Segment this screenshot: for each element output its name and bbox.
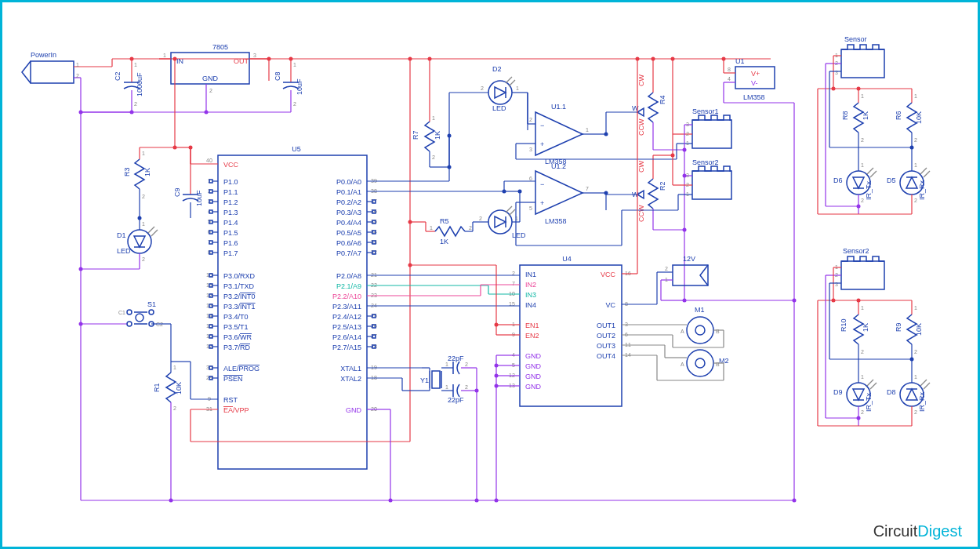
svg-rect-362 — [692, 171, 731, 199]
svg-point-587 — [832, 299, 836, 303]
svg-text:OUT3: OUT3 — [597, 342, 615, 350]
svg-text:PSEN: PSEN — [223, 375, 243, 383]
svg-text:S1: S1 — [147, 300, 156, 308]
svg-text:CW: CW — [637, 161, 645, 173]
svg-text:C8: C8 — [274, 71, 281, 81]
svg-text:C2: C2 — [114, 71, 122, 81]
svg-text:1: 1 — [142, 221, 145, 227]
svg-text:1: 1 — [914, 162, 917, 168]
power-in-connector: PowerIn 1 2 — [22, 51, 112, 83]
svg-rect-187 — [209, 231, 212, 234]
svg-point-575 — [652, 57, 655, 61]
svg-point-588 — [857, 299, 861, 303]
svg-text:6: 6 — [529, 176, 532, 181]
svg-text:D2: D2 — [492, 65, 502, 73]
svg-text:P2.6/A14: P2.6/A14 — [332, 333, 361, 341]
svg-text:P3.2/INT0: P3.2/INT0 — [223, 293, 256, 300]
svg-text:1K: 1K — [440, 238, 448, 245]
svg-point-603 — [683, 174, 687, 178]
svg-text:1: 1 — [861, 162, 864, 168]
svg-text:P0.0/A0: P0.0/A0 — [336, 178, 361, 186]
svg-text:IR_Tx: IR_Tx — [865, 180, 873, 200]
svg-point-604 — [683, 228, 687, 232]
svg-text:P2.0/A8: P2.0/A8 — [336, 272, 361, 280]
svg-text:1000uF: 1000uF — [136, 72, 143, 96]
svg-text:R10: R10 — [840, 318, 848, 332]
svg-text:OUT2: OUT2 — [597, 332, 615, 340]
svg-point-580 — [189, 146, 193, 150]
res-r3: R3 1K 1 2 — [123, 59, 175, 205]
svg-text:4: 4 — [728, 76, 731, 82]
svg-text:GND: GND — [202, 75, 219, 82]
svg-point-262 — [488, 81, 512, 104]
svg-line-263 — [506, 77, 512, 83]
svg-text:3: 3 — [686, 122, 689, 127]
svg-text:P1.5: P1.5 — [223, 229, 238, 237]
svg-text:A: A — [681, 362, 684, 367]
svg-text:V+: V+ — [751, 70, 760, 78]
svg-point-612 — [503, 190, 506, 194]
svg-text:1: 1 — [861, 93, 864, 99]
svg-text:1: 1 — [686, 191, 689, 197]
svg-point-73 — [149, 310, 154, 314]
svg-text:2: 2 — [914, 409, 917, 415]
svg-text:2: 2 — [134, 101, 137, 107]
powerin-label: PowerIn — [31, 51, 56, 59]
svg-point-570 — [267, 57, 271, 61]
svg-text:1K: 1K — [143, 168, 151, 176]
svg-text:EA/VPP: EA/VPP — [223, 406, 249, 414]
svg-point-592 — [130, 111, 134, 115]
svg-text:P1.7: P1.7 — [223, 249, 238, 257]
svg-point-67 — [136, 314, 143, 322]
svg-point-598 — [495, 499, 499, 503]
svg-text:IN1: IN1 — [525, 271, 536, 278]
svg-text:2: 2 — [209, 88, 212, 93]
svg-text:LM358: LM358 — [743, 93, 765, 101]
svg-point-611 — [448, 165, 452, 169]
u5-p3-pins: P3.0/RXD10 P3.1/TXD11 P3.2/INT012 P3.3/I… — [206, 272, 256, 351]
u4-driver: U4 IN12 IN27 IN310 IN415 EN11 EN29 GND4 … — [509, 255, 631, 406]
svg-text:2: 2 — [465, 362, 468, 367]
svg-text:B: B — [716, 362, 720, 367]
svg-point-463 — [687, 350, 713, 376]
svg-text:P0.3/A3: P0.3/A3 — [336, 209, 361, 216]
svg-text:−: − — [540, 122, 544, 129]
svg-text:8: 8 — [728, 67, 731, 72]
svg-text:P1.0: P1.0 — [223, 178, 238, 186]
svg-text:2: 2 — [861, 198, 864, 203]
svg-line-549 — [924, 383, 930, 389]
svg-text:1: 1 — [76, 62, 79, 67]
svg-text:IN2: IN2 — [525, 281, 536, 289]
svg-text:U1.1: U1.1 — [551, 103, 566, 111]
u5-p0-pins: P0.0/A039 P0.1/A138 P0.2/A237 P0.3/A336 … — [336, 178, 377, 257]
svg-text:2: 2 — [914, 349, 917, 354]
svg-text:R4: R4 — [659, 95, 666, 104]
svg-text:2: 2 — [686, 131, 689, 136]
svg-point-617 — [910, 146, 914, 150]
svg-text:P1.1: P1.1 — [223, 188, 238, 196]
svg-text:P3.5/T1: P3.5/T1 — [223, 323, 249, 331]
svg-text:U1: U1 — [735, 57, 745, 65]
svg-text:1: 1 — [173, 365, 176, 370]
cap-c8: C8 10uF 1 2 — [206, 59, 303, 112]
svg-text:LED: LED — [117, 247, 131, 255]
svg-text:2: 2 — [293, 101, 296, 107]
svg-text:2: 2 — [861, 409, 864, 415]
svg-text:1: 1 — [163, 53, 166, 58]
svg-rect-179 — [209, 190, 212, 193]
svg-text:P0.4/A4: P0.4/A4 — [336, 219, 361, 227]
svg-line-495 — [867, 168, 873, 174]
svg-text:VC: VC — [605, 301, 615, 309]
svg-text:1: 1 — [142, 151, 145, 156]
svg-rect-183 — [209, 210, 212, 213]
sensor-block-b: Sensor2 1 2 3 R10 1K 1 2 R9 10K 1 2 D9 I… — [818, 247, 930, 426]
svg-text:Sensor: Sensor — [844, 35, 867, 43]
svg-text:1: 1 — [134, 62, 137, 67]
svg-text:P3.1/TXD: P3.1/TXD — [223, 282, 255, 290]
svg-text:R1: R1 — [153, 383, 161, 392]
svg-text:OUT1: OUT1 — [597, 322, 615, 329]
svg-text:XTAL2: XTAL2 — [340, 375, 361, 383]
svg-point-616 — [138, 216, 142, 220]
svg-rect-7 — [31, 61, 74, 83]
svg-text:2: 2 — [469, 225, 472, 231]
